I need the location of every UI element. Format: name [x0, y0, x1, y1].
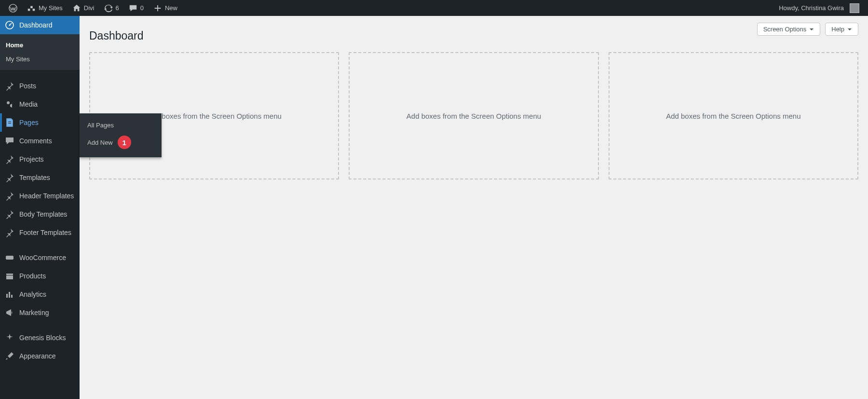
- pin-icon: [5, 209, 14, 219]
- my-sites-menu[interactable]: My Sites: [22, 0, 68, 16]
- sidebar-item-header-templates[interactable]: Header Templates: [0, 187, 80, 205]
- flyout-all-pages[interactable]: All Pages: [80, 118, 162, 132]
- plus-icon: [153, 4, 162, 13]
- sidebar-item-pages[interactable]: Pages All Pages Add New 1: [0, 113, 80, 132]
- sidebar-item-analytics[interactable]: Analytics: [0, 285, 80, 303]
- admin-sidebar: Dashboard Home My Sites Posts Media Page…: [0, 16, 80, 399]
- sidebar-label: Projects: [19, 155, 44, 164]
- content-area: Screen Options Help Dashboard Add boxes …: [80, 0, 868, 399]
- sidebar-label: Dashboard: [19, 21, 53, 29]
- sidebar-item-appearance[interactable]: Appearance: [0, 347, 80, 365]
- sidebar-label: WooCommerce: [19, 253, 66, 262]
- pin-icon: [5, 191, 14, 201]
- sidebar-label: Comments: [19, 137, 52, 145]
- dashboard-widgets: Add boxes from the Screen Options menu A…: [89, 52, 858, 179]
- chart-icon: [5, 289, 14, 299]
- sidebar-label: Body Templates: [19, 210, 67, 219]
- sidebar-label: Products: [19, 272, 46, 280]
- media-icon: [5, 99, 14, 109]
- sidebar-label: Analytics: [19, 290, 46, 299]
- sidebar-item-footer-templates[interactable]: Footer Templates: [0, 223, 80, 242]
- sparkle-icon: [5, 333, 14, 343]
- site-name-menu[interactable]: Divi: [68, 0, 99, 16]
- pin-icon: [5, 173, 14, 182]
- comment-icon: [129, 4, 137, 13]
- comments-count: 0: [140, 4, 144, 12]
- sidebar-label: Templates: [19, 173, 50, 182]
- admin-bar: My Sites Divi 6 0 New Howdy, Christina G…: [0, 0, 868, 16]
- update-icon: [104, 4, 113, 13]
- new-content-menu[interactable]: New: [149, 0, 182, 16]
- new-label: New: [165, 4, 177, 12]
- sidebar-label: Header Templates: [19, 192, 74, 200]
- current-arrow-icon: [80, 21, 83, 29]
- annotation-marker: 1: [118, 136, 131, 149]
- sidebar-item-media[interactable]: Media: [0, 95, 80, 113]
- screen-options-button[interactable]: Screen Options: [757, 23, 821, 36]
- megaphone-icon: [5, 308, 14, 317]
- sidebar-label: Footer Templates: [19, 228, 71, 237]
- page-title: Dashboard: [89, 29, 858, 42]
- dashboard-icon: [5, 20, 14, 30]
- chevron-down-icon: [809, 27, 814, 32]
- my-account-menu[interactable]: Howdy, Christina Gwira: [774, 0, 864, 16]
- page-icon: [5, 118, 14, 127]
- sidebar-label: Genesis Blocks: [19, 333, 66, 342]
- flyout-add-new[interactable]: Add New 1: [80, 132, 162, 152]
- network-icon: [27, 4, 36, 13]
- sidebar-label: Media: [19, 100, 38, 109]
- site-name-label: Divi: [84, 4, 95, 12]
- empty-widget-placeholder: Add boxes from the Screen Options menu: [349, 52, 598, 179]
- sidebar-item-templates[interactable]: Templates: [0, 168, 80, 187]
- sidebar-item-woocommerce[interactable]: WooCommerce: [0, 248, 80, 267]
- dashboard-submenu: Home My Sites: [0, 34, 80, 70]
- updates-menu[interactable]: 6: [99, 0, 124, 16]
- sidebar-item-comments[interactable]: Comments: [0, 132, 80, 150]
- brush-icon: [5, 351, 14, 361]
- product-icon: [5, 271, 14, 281]
- sidebar-label: Posts: [19, 82, 36, 90]
- updates-count: 6: [116, 4, 119, 12]
- wp-logo-menu[interactable]: [4, 0, 22, 16]
- woo-icon: [5, 253, 14, 262]
- sidebar-item-posts[interactable]: Posts: [0, 77, 80, 95]
- sidebar-item-dashboard[interactable]: Dashboard: [0, 16, 80, 34]
- chevron-down-icon: [847, 27, 852, 32]
- sidebar-label: Appearance: [19, 352, 56, 360]
- my-sites-label: My Sites: [39, 4, 63, 12]
- wordpress-icon: [9, 4, 17, 13]
- submenu-home[interactable]: Home: [0, 38, 80, 52]
- sidebar-item-body-templates[interactable]: Body Templates: [0, 205, 80, 223]
- pin-icon: [5, 154, 14, 164]
- sidebar-item-genesis-blocks[interactable]: Genesis Blocks: [0, 329, 80, 347]
- howdy-text: Howdy, Christina Gwira: [779, 4, 844, 12]
- comments-menu[interactable]: 0: [124, 0, 149, 16]
- sidebar-item-marketing[interactable]: Marketing: [0, 303, 80, 322]
- sidebar-label: Pages: [19, 118, 39, 127]
- comment-icon: [5, 136, 14, 146]
- avatar: [850, 3, 859, 13]
- pin-icon: [5, 228, 14, 237]
- sidebar-item-products[interactable]: Products: [0, 267, 80, 285]
- pages-flyout: All Pages Add New 1: [80, 113, 162, 157]
- sidebar-label: Marketing: [19, 308, 49, 317]
- pin-icon: [5, 81, 14, 91]
- sidebar-item-projects[interactable]: Projects: [0, 150, 80, 168]
- submenu-my-sites[interactable]: My Sites: [0, 52, 80, 66]
- help-button[interactable]: Help: [825, 23, 858, 36]
- empty-widget-placeholder: Add boxes from the Screen Options menu: [609, 52, 858, 179]
- home-icon: [72, 4, 81, 13]
